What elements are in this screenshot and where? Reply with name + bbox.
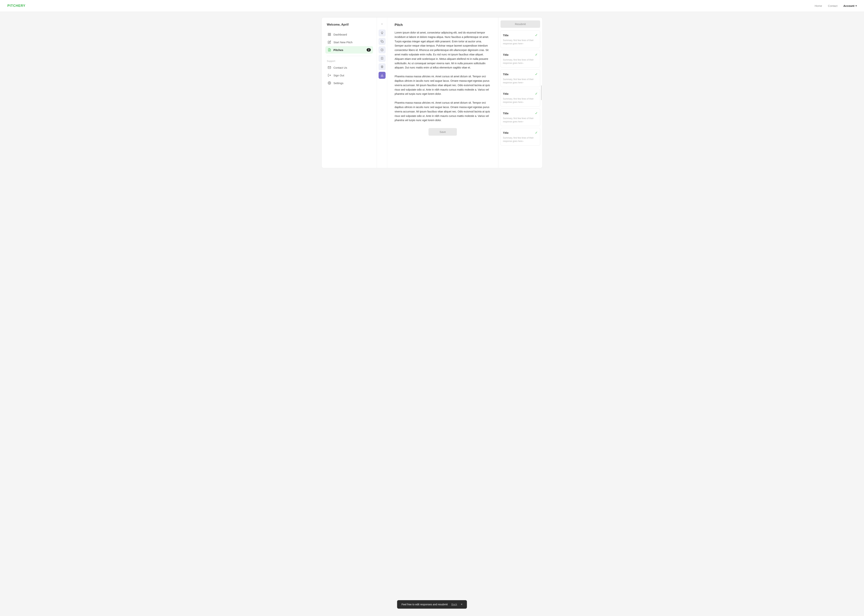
response-card-4-title: Title — [503, 112, 509, 115]
check-icon-0: ✓ — [535, 33, 538, 37]
sidebar-divider — [327, 56, 372, 56]
response-card-1[interactable]: Title ✓ Summary, first few lines of thei… — [501, 50, 540, 68]
pitch-paragraph-1: Lorem ipsum dolor sit amet, consectetur … — [394, 31, 491, 70]
check-icon-5: ✓ — [535, 130, 538, 135]
check-icon-2: ✓ — [535, 72, 538, 76]
nav-home[interactable]: Home — [815, 4, 822, 7]
response-card-1-text: Summary, first few lines of their respon… — [503, 58, 538, 65]
edit-icon — [328, 40, 331, 44]
svg-rect-1 — [330, 33, 331, 34]
pitch-area: Pitch Lorem ipsum dolor sit amet, consec… — [387, 17, 498, 168]
response-card-5[interactable]: Title ✓ Summary, first few lines of thei… — [501, 128, 540, 146]
bookmark-tool-btn[interactable] — [378, 55, 386, 62]
content-area: ‹ — [377, 17, 542, 168]
pitches-badge: 2 — [367, 48, 371, 52]
scrollbar-indicator — [541, 85, 542, 100]
pitch-paragraph-2: Pharetra massa massa ultricies mi. Amet … — [394, 74, 491, 96]
response-card-3[interactable]: Title ✓ Summary, first few lines of thei… — [501, 89, 540, 107]
svg-rect-0 — [328, 33, 329, 34]
response-card-2-text: Summary, first few lines of their respon… — [503, 78, 538, 84]
copy-tool-btn[interactable] — [378, 38, 386, 45]
pitch-title: Pitch — [394, 23, 491, 27]
resubmit-button[interactable]: Resubmit — [501, 20, 540, 28]
check-icon-4: ✓ — [535, 111, 538, 115]
svg-rect-3 — [328, 35, 329, 36]
logo: PITCHERY — [7, 4, 25, 8]
settings-icon — [328, 81, 331, 85]
sidebar-item-dashboard-label: Dashboard — [333, 33, 347, 36]
response-card-0-text: Summary, first few lines of their respon… — [503, 39, 538, 45]
response-card-3-text: Summary, first few lines of their respon… — [503, 97, 538, 104]
sidebar-item-sign-out-label: Sign Out — [333, 74, 344, 77]
toast-message: Feel free to edit responses and resubmit — [401, 603, 448, 606]
sidebar-item-start-new-pitch[interactable]: Start New Pitch — [325, 38, 373, 46]
response-card-0[interactable]: Title ✓ Summary, first few lines of thei… — [501, 30, 540, 48]
response-card-5-title: Title — [503, 131, 509, 134]
response-card-2[interactable]: Title ✓ Summary, first few lines of thei… — [501, 69, 540, 87]
check-icon-3: ✓ — [535, 92, 538, 96]
sidebar-item-contact-us[interactable]: Contact Us — [325, 64, 373, 71]
response-card-2-title: Title — [503, 73, 509, 76]
response-card-3-title: Title — [503, 92, 509, 95]
back-button[interactable]: ‹ — [380, 20, 384, 27]
sidebar-item-start-new-pitch-label: Start New Pitch — [333, 41, 352, 44]
tool-panel: ‹ — [377, 17, 387, 168]
response-panel: Resubmit Title ✓ Summary, first few line… — [498, 17, 542, 168]
response-card-1-title: Title — [503, 53, 509, 56]
svg-rect-8 — [382, 41, 383, 43]
sidebar-item-dashboard[interactable]: Dashboard — [325, 31, 373, 38]
sidebar-item-sign-out[interactable]: Sign Out — [325, 72, 373, 79]
pitch-paragraph-3: Pharetra massa massa ultricies mi. Amet … — [394, 101, 491, 123]
check-icon-1: ✓ — [535, 53, 538, 57]
nav-contact[interactable]: Contact — [828, 4, 837, 7]
response-card-4-text: Summary, first few lines of their respon… — [503, 117, 538, 123]
svg-point-7 — [329, 83, 330, 83]
toast-close-button[interactable]: × — [461, 603, 462, 606]
topnav: PITCHERY Home Contact Account ▾ — [0, 0, 864, 12]
toast-notification: Feel free to edit responses and resubmit… — [397, 600, 467, 609]
signout-icon — [328, 74, 331, 77]
sidebar-item-settings-label: Settings — [333, 82, 344, 85]
sidebar-item-pitches[interactable]: Pitches 2 — [325, 46, 373, 53]
chevron-down-icon: ▾ — [856, 5, 857, 7]
trash-tool-btn[interactable] — [378, 63, 386, 70]
response-card-4[interactable]: Title ✓ Summary, first few lines of thei… — [501, 108, 540, 126]
sidebar-item-settings[interactable]: Settings — [325, 79, 373, 87]
save-btn-container: Save — [394, 128, 491, 136]
save-button[interactable]: Save — [429, 128, 457, 136]
nav-links: Home Contact Account ▾ — [815, 4, 857, 7]
nav-account[interactable]: Account ▾ — [844, 4, 857, 7]
dashboard-icon — [328, 33, 331, 36]
pitches-icon — [328, 48, 331, 52]
response-card-5-text: Summary, first few lines of their respon… — [503, 136, 538, 143]
main-container: Welcome, April! Dashboard Start New Pitc… — [322, 17, 542, 168]
sidebar: Welcome, April! Dashboard Start New Pitc… — [322, 17, 377, 168]
sidebar-item-pitches-label: Pitches — [333, 49, 343, 52]
lightbulb-tool-btn[interactable] — [378, 30, 386, 36]
svg-rect-2 — [330, 35, 331, 36]
sidebar-item-contact-us-label: Contact Us — [333, 66, 347, 69]
welcome-text: Welcome, April! — [325, 23, 373, 26]
toast-back-button[interactable]: Back — [451, 603, 457, 606]
response-card-0-title: Title — [503, 34, 509, 37]
download-tool-btn[interactable] — [378, 72, 386, 79]
mail-icon — [328, 66, 331, 69]
check-tool-btn[interactable] — [378, 46, 386, 53]
support-section-label: Support — [327, 60, 373, 62]
